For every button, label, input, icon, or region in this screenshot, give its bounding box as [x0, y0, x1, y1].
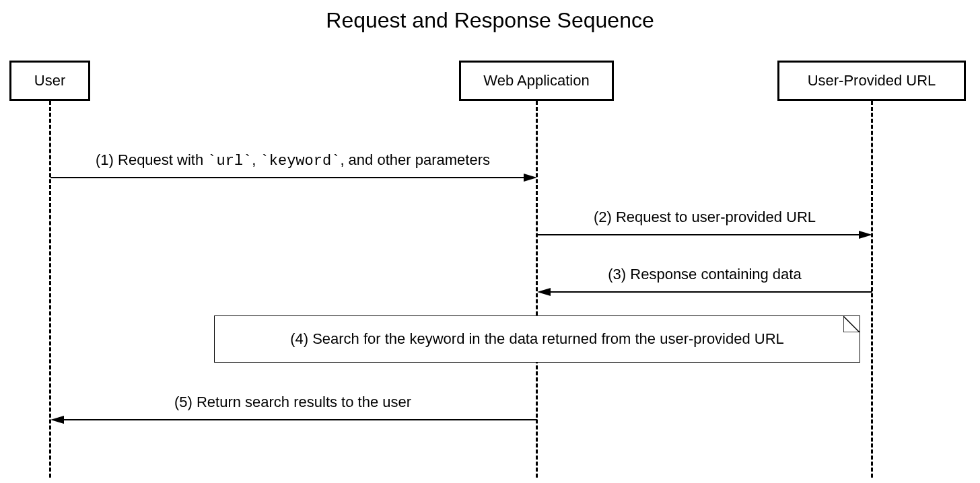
note-4-label: (4) Search for the keyword in the data r… [290, 330, 784, 348]
actor-url: User-Provided URL [777, 61, 966, 101]
note-corner-icon [843, 316, 860, 332]
actor-user: User [9, 61, 90, 101]
m1-mid: , [252, 151, 260, 168]
svg-marker-5 [537, 288, 551, 296]
svg-marker-3 [859, 231, 872, 239]
arrow-3 [537, 288, 872, 301]
m1-suffix: , and other parameters [340, 151, 490, 168]
message-1-label: (1) Request with `url`, `keyword`, and o… [50, 151, 535, 170]
svg-marker-1 [524, 174, 537, 182]
svg-marker-9 [50, 416, 64, 424]
actor-webapp: Web Application [459, 61, 614, 101]
diagram-title: Request and Response Sequence [0, 8, 980, 33]
m1-prefix: (1) Request with [96, 151, 207, 168]
message-5-label: (5) Return search results to the user [50, 394, 535, 411]
note-4: (4) Search for the keyword in the data r… [214, 315, 860, 363]
arrow-2 [537, 231, 872, 244]
actor-webapp-label: Web Application [483, 72, 589, 89]
actor-url-label: User-Provided URL [808, 72, 936, 89]
m1-code-url: `url` [207, 153, 252, 170]
arrow-1 [50, 174, 537, 187]
m1-code-keyword: `keyword` [260, 153, 341, 170]
message-3-label: (3) Response containing data [538, 266, 871, 283]
arrow-5 [50, 416, 537, 429]
message-2-label: (2) Request to user-provided URL [538, 209, 871, 226]
actor-user-label: User [34, 72, 65, 89]
